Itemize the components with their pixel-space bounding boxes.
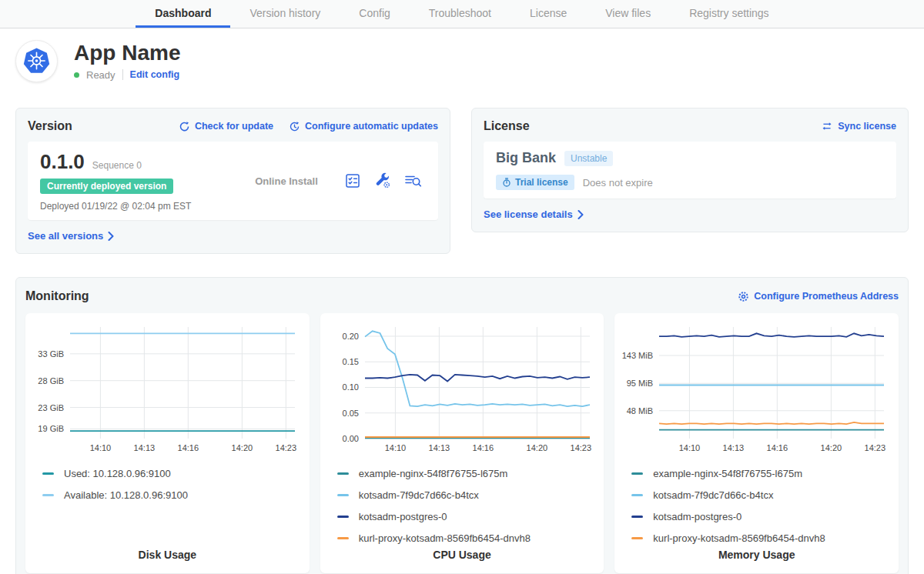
kubernetes-logo-icon [22, 46, 52, 76]
legend-label: example-nginx-54f8f76755-l675m [359, 468, 508, 479]
view-logs-icon[interactable] [404, 172, 423, 189]
cards-row: Version Check for update [15, 108, 909, 254]
legend-label: kurl-proxy-kotsadm-8569fb6454-dnvh8 [653, 532, 825, 544]
version-info: 0.1.0 Sequence 0 Currently deployed vers… [40, 150, 229, 212]
svg-text:0.10: 0.10 [342, 382, 358, 392]
tab-view-files[interactable]: View files [586, 0, 670, 28]
install-type-label: Online Install [229, 175, 344, 187]
version-panel-head: Version Check for update [28, 119, 438, 133]
svg-text:14:10: 14:10 [90, 443, 112, 452]
svg-text:14:20: 14:20 [232, 443, 253, 452]
legend-swatch [631, 472, 643, 475]
legend-item: kotsadm-postgres-0 [337, 506, 600, 527]
svg-text:0.20: 0.20 [342, 332, 358, 341]
legend-swatch [631, 516, 643, 518]
license-title: License [484, 119, 530, 133]
svg-text:14:13: 14:13 [723, 443, 745, 452]
svg-text:14:16: 14:16 [472, 443, 494, 452]
page-title: App Name [74, 42, 180, 64]
memory-usage-chart: 14:1014:1314:1614:2014:2348 MiB95 MiB143… [619, 321, 890, 456]
disk-usage-card: 14:1014:1314:1614:2014:2319 GiB23 GiB28 … [25, 313, 310, 573]
svg-text:0.15: 0.15 [342, 357, 358, 366]
version-icon-buttons [344, 172, 426, 189]
svg-text:14:13: 14:13 [428, 443, 450, 452]
legend-label: kotsadm-7f9dc7d66c-b4tcx [653, 489, 773, 501]
svg-text:14:20: 14:20 [526, 443, 547, 452]
legend-label: kotsadm-postgres-0 [359, 511, 447, 522]
tab-config[interactable]: Config [340, 0, 409, 28]
tab-license[interactable]: License [511, 0, 586, 28]
sync-license-button[interactable]: Sync license [821, 121, 896, 132]
chart-title: Memory Usage [619, 549, 894, 561]
see-license-details-link[interactable]: See license details [484, 209, 584, 220]
app-header-text: App Name Ready Edit config [74, 42, 180, 80]
sync-icon [821, 121, 833, 132]
legend-label: kotsadm-7f9dc7d66c-b4tcx [359, 489, 479, 501]
legend-label: Available: 10.128.0.96:9100 [64, 489, 188, 501]
monitoring-panel: Monitoring Configure Prometheus Address … [15, 277, 909, 574]
svg-text:19 GiB: 19 GiB [38, 424, 64, 433]
svg-text:0.05: 0.05 [342, 409, 358, 418]
legend-item: kurl-proxy-kotsadm-8569fb6454-dnvh8 [337, 527, 600, 549]
disk-usage-chart: 14:1014:1314:1614:2014:2319 GiB23 GiB28 … [30, 321, 301, 456]
legend-swatch [337, 494, 349, 496]
license-expiry: Does not expire [583, 177, 653, 189]
svg-text:14:16: 14:16 [767, 443, 788, 452]
configure-prometheus-button[interactable]: Configure Prometheus Address [738, 291, 899, 302]
svg-text:14:10: 14:10 [679, 443, 701, 452]
chevron-right-icon [108, 232, 114, 241]
svg-text:28 GiB: 28 GiB [38, 376, 64, 385]
version-panel: Version Check for update [15, 108, 450, 254]
app-header: App Name Ready Edit config [15, 40, 909, 82]
legend-swatch [337, 537, 349, 539]
license-card: Big Bank Unstable Trial license Does not… [484, 142, 896, 199]
divider [122, 69, 123, 80]
svg-text:14:10: 14:10 [384, 443, 406, 452]
configure-automatic-updates-button[interactable]: Configure automatic updates [289, 121, 438, 132]
current-version-card: 0.1.0 Sequence 0 Currently deployed vers… [28, 142, 438, 220]
app-status-row: Ready Edit config [74, 69, 180, 81]
chart-title: Disk Usage [30, 549, 305, 561]
monitoring-title: Monitoring [25, 289, 89, 303]
version-actions: Check for update Configure automatic upd… [179, 121, 438, 132]
preflight-checks-icon[interactable] [344, 172, 361, 189]
app-icon [15, 40, 58, 82]
license-panel: License Sync license Big Bank Unstable [471, 108, 909, 232]
tab-dashboard[interactable]: Dashboard [136, 0, 230, 28]
svg-text:143 MiB: 143 MiB [622, 351, 653, 360]
tab-version-history[interactable]: Version history [230, 0, 340, 28]
see-all-versions-link[interactable]: See all versions [28, 230, 114, 242]
charts-row: 14:1014:1314:1614:2014:2319 GiB23 GiB28 … [25, 313, 899, 573]
check-for-update-button[interactable]: Check for update [179, 121, 273, 132]
deployed-timestamp: Deployed 01/19/22 @ 02:04 pm EST [40, 201, 229, 212]
legend-swatch [631, 537, 643, 539]
tab-troubleshoot[interactable]: Troubleshoot [410, 0, 511, 28]
svg-text:14:20: 14:20 [821, 443, 842, 452]
legend-item: example-nginx-54f8f76755-l675m [631, 462, 894, 484]
svg-text:14:23: 14:23 [276, 443, 297, 452]
svg-text:0.00: 0.00 [342, 434, 358, 443]
channel-badge: Unstable [564, 151, 613, 166]
svg-text:14:13: 14:13 [134, 443, 156, 452]
svg-text:48 MiB: 48 MiB [627, 406, 653, 415]
legend-item: kurl-proxy-kotsadm-8569fb6454-dnvh8 [631, 527, 894, 549]
legend-label: kurl-proxy-kotsadm-8569fb6454-dnvh8 [359, 532, 531, 544]
legend-swatch [42, 494, 54, 496]
legend-swatch [42, 472, 54, 475]
status-text: Ready [86, 69, 116, 81]
svg-text:14:23: 14:23 [865, 443, 886, 452]
version-number: 0.1.0 [40, 150, 85, 174]
svg-text:14:16: 14:16 [178, 443, 199, 452]
tab-registry-settings[interactable]: Registry settings [670, 0, 788, 28]
top-nav: DashboardVersion historyConfigTroublesho… [0, 0, 924, 28]
version-title: Version [28, 119, 72, 133]
refresh-icon [179, 121, 190, 132]
legend-item: kotsadm-7f9dc7d66c-b4tcx [631, 484, 894, 506]
cpu-usage-card: 14:1014:1314:1614:2014:230.000.050.100.1… [320, 313, 604, 573]
clock-refresh-icon [289, 121, 300, 132]
license-customer-name: Big Bank [496, 150, 556, 166]
disk-usage-legend: Used: 10.128.0.96:9100Available: 10.128.… [30, 462, 305, 506]
edit-config-link[interactable]: Edit config [130, 69, 180, 80]
edit-config-wrench-icon[interactable] [374, 172, 391, 189]
legend-swatch [631, 494, 643, 496]
